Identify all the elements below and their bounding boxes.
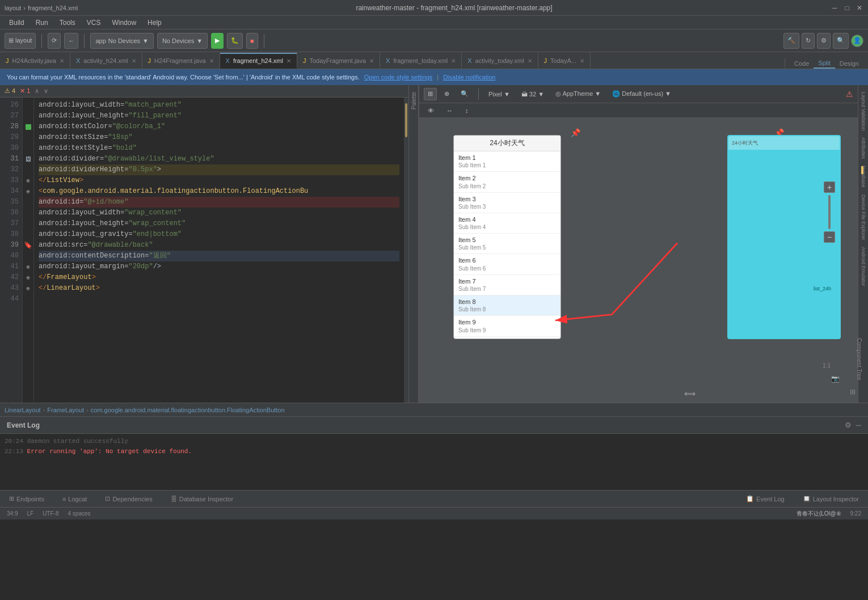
menu-window[interactable]: Window xyxy=(107,18,141,28)
maximize-button[interactable]: □ xyxy=(843,4,851,12)
layout-inspector-bottom-tab[interactable]: 🔲 Layout Inspector xyxy=(798,493,863,505)
line-num-33: 33 xyxy=(0,175,19,186)
tab-activity-h24[interactable]: X activity_h24.xml ✕ xyxy=(70,53,142,69)
api-level-btn[interactable]: 🏔 32 ▼ xyxy=(517,88,548,100)
database-inspector-tab[interactable]: 🗄 Database Inspector xyxy=(166,493,238,505)
disable-notification-link[interactable]: Disable notification xyxy=(443,74,495,81)
layout-validation-tab[interactable]: Layout Validation xyxy=(859,90,867,133)
zoom-slider[interactable] xyxy=(828,195,831,229)
device-selector[interactable]: No Devices ▼ xyxy=(157,33,208,49)
design-toolbar-2: 👁 ↔ ↕ xyxy=(419,103,858,118)
eye-toggle-btn[interactable]: 👁 xyxy=(424,104,438,117)
tab-close-h24activity[interactable]: ✕ xyxy=(60,58,64,64)
scroll-indicator xyxy=(404,98,408,403)
component-tree-toggle[interactable]: ⊞ xyxy=(848,386,858,398)
event-log-bottom-tab[interactable]: 📋 Event Log xyxy=(741,493,789,505)
screenshot-btn[interactable]: 📷 xyxy=(831,375,840,383)
android-emulator-tab[interactable]: Android Emulator xyxy=(859,244,867,289)
line-num-40: 40 xyxy=(0,251,19,261)
build-tools-btn[interactable]: 🔨 xyxy=(783,33,799,49)
tab-close-h24fragment[interactable]: ✕ xyxy=(209,58,214,64)
menu-tools[interactable]: Tools xyxy=(55,18,80,28)
logcat-tab[interactable]: ≡ Logcat xyxy=(58,493,91,505)
debug-run-button[interactable]: 🐛 xyxy=(227,33,243,49)
menu-help[interactable]: Help xyxy=(143,18,166,28)
vcs-button[interactable]: ⟳ xyxy=(48,33,61,49)
inspect-up[interactable]: ∧ xyxy=(35,87,39,95)
tab-activity-today[interactable]: X activity_today.xml ✕ xyxy=(462,53,538,69)
validation-error-icon[interactable]: ⚠ xyxy=(846,90,853,99)
code-content[interactable]: android:layout_width="match_parent" andr… xyxy=(34,98,404,403)
resize-handle[interactable]: ⟺ xyxy=(684,389,696,398)
avatar-btn[interactable]: 👤 xyxy=(851,35,863,47)
device-file-explorer-tab[interactable]: Device File Explorer xyxy=(859,192,867,243)
breadcrumb-linearlayout[interactable]: LinearLayout xyxy=(5,407,41,413)
app-label: app xyxy=(95,37,106,44)
tab-h24activity[interactable]: J H24Activity.java ✕ xyxy=(0,53,70,69)
attributes-tab[interactable]: Attributes xyxy=(859,135,867,161)
menu-build[interactable]: Build xyxy=(5,18,29,28)
back-button[interactable]: ← xyxy=(64,33,78,49)
open-code-style-link[interactable]: Open code style settings xyxy=(364,74,432,81)
design-select-tool[interactable]: ⊞ xyxy=(424,88,437,100)
search-btn[interactable]: 🔍 xyxy=(833,33,849,49)
run-button[interactable]: ▶ xyxy=(211,33,224,49)
breadcrumb-framelayout[interactable]: FrameLayout xyxy=(47,407,84,413)
minimize-button[interactable]: ─ xyxy=(831,4,838,12)
bottom-settings-btn[interactable]: ⚙ xyxy=(845,421,852,429)
inspect-down[interactable]: ∨ xyxy=(44,87,48,95)
settings-btn[interactable]: ⚙ xyxy=(817,33,831,49)
line-num-36: 36 xyxy=(0,208,19,218)
code-line-34: <com.google.android.material.floatingact… xyxy=(39,186,399,197)
status-position: 34:9 xyxy=(7,510,18,517)
h-arrow-btn[interactable]: ↔ xyxy=(443,104,457,117)
menu-vcs[interactable]: VCS xyxy=(82,18,106,28)
dependencies-tab[interactable]: ⊡ Dependencies xyxy=(100,493,157,505)
app-device-selector[interactable]: app No Devices ▼ xyxy=(90,33,154,49)
list-item-8: Item 8 Sub Item 8 xyxy=(454,295,561,316)
bottom-panel: Event Log ⚙ ─ 20:24 daemon started succe… xyxy=(0,416,868,490)
toolbar-sep-3 xyxy=(264,34,264,48)
design-zoom-tool[interactable]: 🔍 xyxy=(457,88,473,100)
phone2-title-text: 24小时天气 xyxy=(732,140,758,147)
design-pan-tool[interactable]: ⊕ xyxy=(440,88,453,100)
tab-todaya[interactable]: J TodayA... ✕ xyxy=(538,53,591,69)
breadcrumb-layout-btn[interactable]: ⊞ layout xyxy=(5,33,36,49)
v-arrow-btn[interactable]: ↕ xyxy=(461,104,473,117)
dropdown-icon: ▼ xyxy=(142,37,149,44)
zoom-in-btn[interactable]: + xyxy=(824,181,835,193)
design-canvas[interactable]: 📌 📌 24小时天气 Item 1 Sub Item 1 Item 2 Sub … xyxy=(419,118,858,403)
stop-button[interactable]: ■ xyxy=(246,33,258,49)
zoom-out-btn[interactable]: − xyxy=(824,231,835,243)
tab-h24fragment[interactable]: J H24Fragment.java ✕ xyxy=(142,53,220,69)
close-button[interactable]: ✕ xyxy=(856,4,863,12)
status-utf8: UTF-8 xyxy=(43,510,58,517)
tab-close-todaya[interactable]: ✕ xyxy=(580,58,584,64)
warning-icon: ⚠ 4 xyxy=(5,87,15,95)
tab-close-activity-h24[interactable]: ✕ xyxy=(132,58,136,64)
tab-todayfragment[interactable]: J TodayFragment.java ✕ xyxy=(297,53,380,69)
tab-close-activity-today[interactable]: ✕ xyxy=(528,58,532,64)
view-mode-split[interactable]: Split xyxy=(814,58,835,69)
tab-close-fragment-today[interactable]: ✕ xyxy=(451,58,456,64)
breadcrumb-fab[interactable]: com.google.android.material.floatingacti… xyxy=(91,407,285,413)
sync-btn[interactable]: ↻ xyxy=(802,33,815,49)
locale-btn[interactable]: 🌐 Default (en-us) ▼ xyxy=(608,88,675,100)
tab-fragment-today[interactable]: X fragment_today.xml ✕ xyxy=(380,53,462,69)
tab-close-todayfragment[interactable]: ✕ xyxy=(369,58,374,64)
tab-close-fragment-h24[interactable]: ✕ xyxy=(286,58,291,64)
tab-icon-xml-4: X xyxy=(467,57,471,64)
theme-btn[interactable]: ◎ AppTheme ▼ xyxy=(551,88,605,100)
device-selector-btn[interactable]: Pixel ▼ xyxy=(484,88,514,100)
tab-icon-xml-1: X xyxy=(76,57,80,64)
ruler-pin-left: 📌 xyxy=(571,128,580,137)
view-mode-code[interactable]: Code xyxy=(790,59,814,68)
view-mode-design[interactable]: Design xyxy=(835,59,863,68)
no-devices-label-2: No Devices xyxy=(162,37,194,44)
endpoints-tab[interactable]: ⊞ Endpoints xyxy=(5,493,49,505)
bottom-minimize-btn[interactable]: ─ xyxy=(856,421,861,429)
tab-fragment-h24-xml[interactable]: X fragment_h24.xml ✕ xyxy=(220,53,297,69)
component-tree-label: Component Tree xyxy=(856,338,862,381)
notif-sep: | xyxy=(437,74,439,81)
menu-run[interactable]: Run xyxy=(31,18,53,28)
